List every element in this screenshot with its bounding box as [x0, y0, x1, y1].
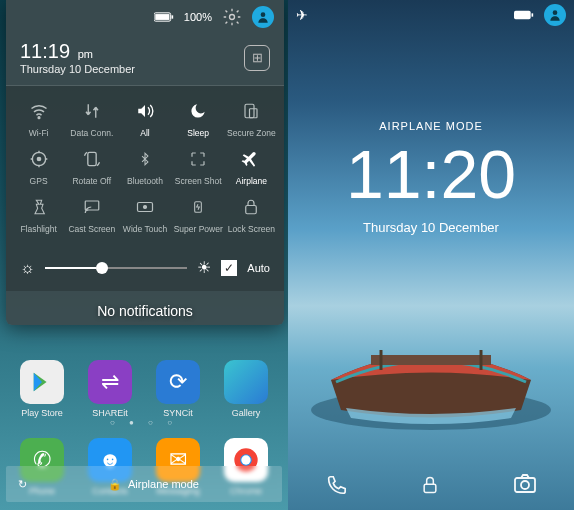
app-label: SYNCit — [163, 408, 193, 418]
home-app-row: Play Store ⇌SHAREit ⟳SYNCit Gallery — [0, 360, 288, 418]
brightness-slider[interactable] — [45, 267, 188, 269]
lock-shortcut-row — [288, 474, 574, 496]
toast-text: Airplane mode — [128, 478, 199, 490]
auto-brightness-label: Auto — [247, 262, 270, 274]
app-shareit[interactable]: ⇌SHAREit — [88, 360, 132, 418]
svg-point-7 — [261, 12, 266, 17]
lock-icon — [240, 196, 262, 218]
svg-point-28 — [521, 481, 529, 489]
auto-brightness-checkbox[interactable]: ✓ — [221, 260, 237, 276]
no-notifications-text: No notifications — [6, 291, 284, 325]
status-bar: 100% — [6, 0, 284, 34]
lock-icon[interactable] — [420, 474, 440, 496]
svg-point-6 — [230, 15, 235, 20]
svg-point-12 — [37, 157, 40, 160]
svg-rect-20 — [371, 355, 491, 365]
toast-airplane-mode[interactable]: ↻ 🔒Airplane mode — [6, 466, 282, 502]
qs-sleep[interactable]: Sleep — [172, 100, 225, 138]
svg-rect-18 — [246, 206, 257, 214]
qs-gps[interactable]: GPS — [12, 148, 65, 186]
qs-label: Data Conn. — [70, 128, 113, 138]
qs-bt[interactable]: Bluetooth — [118, 148, 171, 186]
qs-label: Secure Zone — [227, 128, 276, 138]
app-play-store[interactable]: Play Store — [20, 360, 64, 418]
sleep-icon — [187, 100, 209, 122]
svg-point-2 — [241, 455, 250, 464]
settings-icon[interactable] — [222, 7, 242, 27]
airplane-mode-icon: ✈ — [296, 7, 308, 23]
qs-flash[interactable]: Flashlight — [12, 196, 65, 234]
svg-rect-5 — [171, 15, 173, 18]
battery-icon — [514, 10, 534, 20]
qs-lock[interactable]: Lock Screen — [225, 196, 278, 234]
qs-label: Flashlight — [20, 224, 56, 234]
svg-rect-24 — [532, 13, 534, 16]
airplane-icon — [240, 148, 262, 170]
qs-wide[interactable]: Wide Touch — [118, 196, 171, 234]
status-bar: ✈ — [296, 4, 566, 26]
qs-label: Sleep — [187, 128, 209, 138]
wallpaper-sky — [288, 0, 574, 510]
qs-label: All — [140, 128, 149, 138]
app-label: Play Store — [21, 408, 63, 418]
app-gallery[interactable]: Gallery — [224, 360, 268, 418]
battery-percent: 100% — [184, 11, 212, 23]
qs-label: Cast Screen — [68, 224, 115, 234]
wide-icon — [134, 196, 156, 218]
lock-clock-block: AIRPLANE MODE 11:20 Thursday 10 December — [288, 120, 574, 235]
panel-header: 11:19 pm Thursday 10 December ⊞ — [6, 34, 284, 86]
svg-rect-23 — [514, 11, 531, 19]
phone-shortcut[interactable] — [325, 474, 347, 496]
data-icon — [81, 100, 103, 122]
qs-data[interactable]: Data Conn. — [65, 100, 118, 138]
qs-volume[interactable]: All — [118, 100, 171, 138]
screenshot-icon — [187, 148, 209, 170]
qs-screenshot[interactable]: Screen Shot — [172, 148, 225, 186]
svg-rect-26 — [424, 484, 436, 492]
qs-label: Bluetooth — [127, 176, 163, 186]
power-icon — [187, 196, 209, 218]
panel-date: Thursday 10 December — [20, 63, 135, 75]
qs-label: Wi-Fi — [29, 128, 49, 138]
mode-label: AIRPLANE MODE — [288, 120, 574, 132]
qs-power[interactable]: Super Power — [172, 196, 225, 234]
profile-avatar[interactable] — [544, 4, 566, 26]
profile-avatar[interactable] — [252, 6, 274, 28]
panel-time: 11:19 pm — [20, 40, 135, 63]
lock-time: 11:20 — [288, 140, 574, 208]
qs-wifi[interactable]: Wi-Fi — [12, 100, 65, 138]
gps-icon — [28, 148, 50, 170]
wallpaper-boat — [311, 270, 551, 430]
app-label: Gallery — [232, 408, 261, 418]
camera-shortcut[interactable] — [513, 474, 537, 496]
airplane-icon: 🔒 — [108, 478, 122, 490]
notification-panel: 100% 11:19 pm Thursday 10 December ⊞ Wi-… — [6, 0, 284, 325]
svg-point-25 — [553, 10, 558, 15]
brightness-low-icon: ☼ — [20, 259, 35, 277]
qs-secure[interactable]: Secure Zone — [225, 100, 278, 138]
battery-icon — [154, 12, 174, 22]
qs-label: Rotate Off — [72, 176, 111, 186]
quick-settings-grid: Wi-FiData Conn.AllSleepSecure ZoneGPSRot… — [6, 86, 284, 248]
screen-lockscreen: ✈ AIRPLANE MODE 11:20 Thursday 10 Decemb… — [288, 0, 574, 510]
history-icon: ↻ — [18, 478, 27, 491]
screen-home-with-panel: Play Store ⇌SHAREit ⟳SYNCit Gallery ○ ● … — [0, 0, 288, 510]
bt-icon — [134, 148, 156, 170]
qs-cast[interactable]: Cast Screen — [65, 196, 118, 234]
wifi-icon — [28, 100, 50, 122]
lock-date: Thursday 10 December — [288, 220, 574, 235]
svg-rect-4 — [155, 14, 169, 20]
qs-airplane[interactable]: Airplane — [225, 148, 278, 186]
qs-label: Super Power — [174, 224, 223, 234]
page-indicator: ○ ● ○ ○ — [0, 418, 288, 427]
secure-icon — [240, 100, 262, 122]
svg-rect-10 — [250, 109, 258, 118]
brightness-row: ☼ ☀ ✓ Auto — [6, 248, 284, 291]
qs-label: Screen Shot — [175, 176, 222, 186]
qs-edit-button[interactable]: ⊞ — [244, 45, 270, 71]
app-label: SHAREit — [92, 408, 128, 418]
app-syncit[interactable]: ⟳SYNCit — [156, 360, 200, 418]
qs-rotate[interactable]: Rotate Off — [65, 148, 118, 186]
qs-label: Airplane — [236, 176, 267, 186]
rotate-icon — [81, 148, 103, 170]
